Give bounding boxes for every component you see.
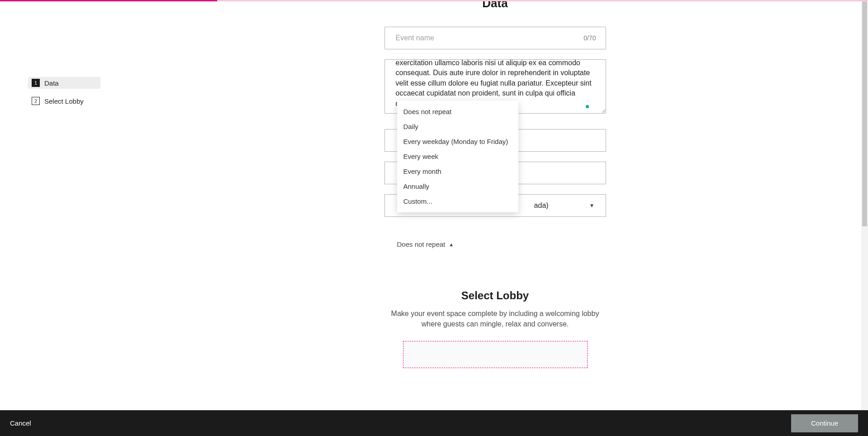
section-title-lobby: Select Lobby: [378, 289, 613, 302]
cancel-button[interactable]: Cancel: [10, 419, 31, 427]
timezone-value: ada): [534, 201, 549, 210]
repeat-option-monthly[interactable]: Every month: [397, 164, 518, 179]
repeat-option-custom[interactable]: Custom...: [397, 194, 518, 209]
sidebar-step-data[interactable]: 1 Data: [28, 77, 100, 89]
step-label: Select Lobby: [44, 97, 84, 105]
event-name-field-wrap: 0/70: [384, 27, 606, 49]
section-title-data: Data: [384, 0, 606, 10]
step-number: 1: [32, 79, 40, 87]
scrollbar-thumb[interactable]: [862, 1, 867, 226]
progress-track: [0, 0, 868, 1]
lobby-subtitle: Make your event space complete by includ…: [387, 308, 604, 329]
event-name-input[interactable]: [384, 27, 606, 49]
continue-button[interactable]: Continue: [791, 414, 858, 432]
main-content: Data 0/70 ada): [122, 0, 868, 395]
select-lobby-section: Select Lobby Make your event space compl…: [378, 289, 613, 368]
page-scrollbar[interactable]: [861, 1, 868, 410]
repeat-option-annually[interactable]: Annually: [397, 179, 518, 194]
repeat-dropdown-menu: Does not repeat Daily Every weekday (Mon…: [397, 101, 518, 212]
caret-up-icon: ▲: [449, 242, 454, 247]
repeat-dropdown-trigger[interactable]: Does not repeat ▲: [397, 240, 454, 248]
repeat-option-daily[interactable]: Daily: [397, 119, 518, 134]
repeat-selected-label: Does not repeat: [397, 240, 446, 248]
lobby-dropzone[interactable]: [403, 341, 588, 368]
repeat-option-no-repeat[interactable]: Does not repeat: [397, 104, 518, 119]
progress-fill: [0, 0, 217, 1]
step-label: Data: [44, 79, 59, 87]
chevron-down-icon: ▼: [589, 202, 595, 209]
repeat-option-weekday[interactable]: Every weekday (Monday to Friday): [397, 134, 518, 149]
wizard-sidebar: 1 Data 2 Select Lobby: [0, 0, 122, 395]
step-number: 2: [32, 97, 40, 105]
footer-bar: Cancel Continue: [0, 410, 868, 436]
repeat-option-weekly[interactable]: Every week: [397, 149, 518, 164]
sidebar-step-select-lobby[interactable]: 2 Select Lobby: [28, 95, 100, 107]
